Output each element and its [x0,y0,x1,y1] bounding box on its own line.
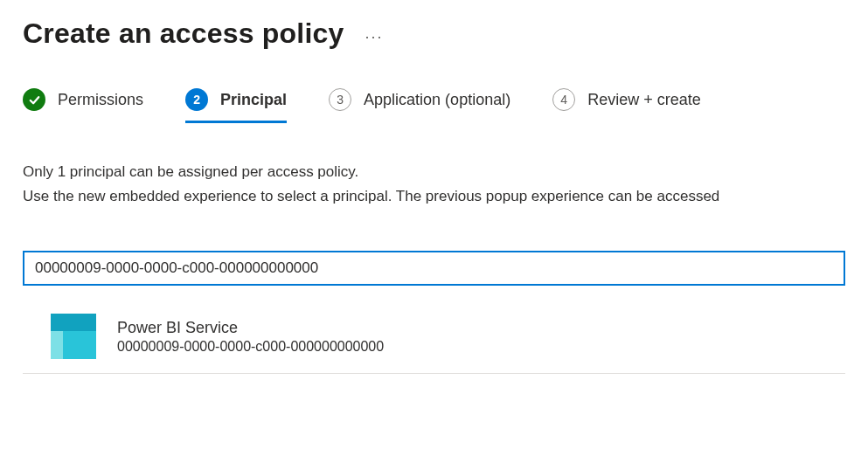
search-results: Power BI Service 00000009-0000-0000-c000… [23,310,845,374]
tab-application[interactable]: 3 Application (optional) [329,88,510,121]
info-text: Only 1 principal can be assigned per acc… [23,160,845,209]
result-title: Power BI Service [117,319,838,337]
wizard-tabs: Permissions 2 Principal 3 Application (o… [23,88,845,121]
step-number-icon: 3 [329,88,351,111]
tab-label: Review + create [587,91,701,109]
principal-search-input[interactable] [23,251,845,286]
page-title: Create an access policy [23,17,344,50]
tab-label: Application (optional) [364,91,510,109]
tab-principal[interactable]: 2 Principal [185,88,287,121]
search-result-item[interactable]: Power BI Service 00000009-0000-0000-c000… [23,310,845,374]
tab-permissions[interactable]: Permissions [23,88,143,121]
step-number-icon: 4 [552,88,575,111]
info-line: Use the new embedded experience to selec… [23,184,845,209]
tab-review-create[interactable]: 4 Review + create [552,88,701,121]
info-line: Only 1 principal can be assigned per acc… [23,160,845,184]
check-icon [23,88,45,111]
step-number-icon: 2 [185,88,208,111]
more-actions-button[interactable]: ··· [365,21,383,46]
tab-label: Principal [220,91,287,109]
tab-label: Permissions [58,91,143,109]
powerbi-app-icon [51,314,96,359]
result-id: 00000009-0000-0000-c000-000000000000 [117,339,838,355]
